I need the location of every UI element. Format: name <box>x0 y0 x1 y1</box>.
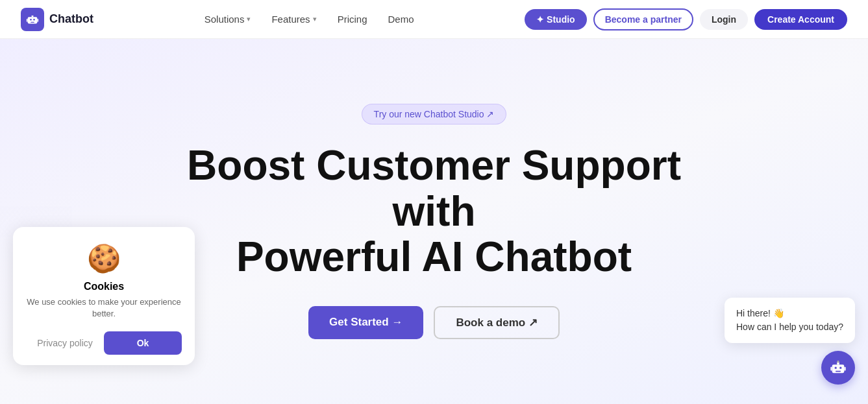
partner-button[interactable]: Become a partner <box>593 8 693 30</box>
cookie-ok-button[interactable]: Ok <box>104 331 182 355</box>
nav-pricing[interactable]: Pricing <box>330 10 375 29</box>
cookie-title: Cookies <box>84 281 124 292</box>
privacy-policy-button[interactable]: Privacy policy <box>26 331 104 355</box>
svg-rect-14 <box>839 367 841 369</box>
logo-text: Chatbot <box>49 12 93 26</box>
svg-rect-19 <box>844 367 845 371</box>
nav-links: Solutions ▾ Features ▾ Pricing Demo <box>197 10 422 29</box>
svg-rect-18 <box>830 367 832 371</box>
cookie-icon: 🍪 <box>87 243 121 274</box>
nav-actions: ✦ Studio Become a partner Login Create A… <box>525 8 847 30</box>
hero-title: Boost Customer Support with Powerful AI … <box>168 143 701 279</box>
chat-bubble-container: Hi there! 👋 How can I help you today? <box>725 298 855 385</box>
hero-content: Try our new Chatbot Studio ↗ Boost Custo… <box>168 104 701 339</box>
login-button[interactable]: Login <box>700 9 748 30</box>
chat-line1: Hi there! 👋 <box>736 307 843 320</box>
svg-point-17 <box>837 361 839 363</box>
hero-section: Try our new Chatbot Studio ↗ Boost Custo… <box>0 39 868 404</box>
get-started-button[interactable]: Get Started → <box>308 306 423 339</box>
svg-rect-6 <box>27 19 28 22</box>
robot-icon <box>25 12 40 27</box>
logo-icon <box>21 8 44 31</box>
cookie-banner: 🍪 Cookies We use cookies to make your ex… <box>13 227 195 365</box>
svg-rect-15 <box>836 371 841 372</box>
features-chevron-icon: ▾ <box>313 15 317 23</box>
svg-point-5 <box>32 14 34 16</box>
nav-features[interactable]: Features ▾ <box>264 10 324 29</box>
create-account-button[interactable]: Create Account <box>754 9 847 30</box>
navbar: Chatbot Solutions ▾ Features ▾ Pricing D… <box>0 0 868 39</box>
cookie-text: We use cookies to make your experience b… <box>26 296 182 320</box>
chat-line2: How can I help you today? <box>736 320 843 334</box>
solutions-chevron-icon: ▾ <box>247 15 251 23</box>
chat-message: Hi there! 👋 How can I help you today? <box>725 298 855 343</box>
svg-rect-3 <box>31 21 34 22</box>
svg-rect-7 <box>37 19 38 22</box>
svg-rect-1 <box>30 19 31 20</box>
nav-demo[interactable]: Demo <box>380 10 421 29</box>
cookie-actions: Privacy policy Ok <box>26 331 182 355</box>
logo[interactable]: Chatbot <box>21 8 93 31</box>
hero-buttons: Get Started → Book a demo ↗ <box>168 306 701 339</box>
book-demo-button[interactable]: Book a demo ↗ <box>434 306 559 339</box>
chat-avatar-button[interactable] <box>821 351 855 385</box>
studio-button[interactable]: ✦ Studio <box>525 9 586 30</box>
svg-rect-2 <box>33 19 34 20</box>
chat-robot-icon <box>829 359 847 377</box>
svg-rect-13 <box>835 367 837 369</box>
nav-solutions[interactable]: Solutions ▾ <box>197 10 259 29</box>
studio-badge[interactable]: Try our new Chatbot Studio ↗ <box>362 104 507 125</box>
